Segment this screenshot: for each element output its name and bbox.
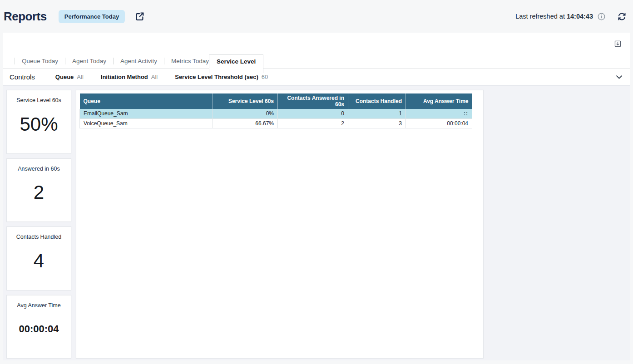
kpi-card-service-level: Service Level 60s 50%: [6, 90, 71, 154]
cell-avg-answer-time: 00:00:04: [406, 118, 472, 128]
kpi-card-contacts-handled: Contacts Handled 4: [6, 226, 71, 290]
filter-value: All: [77, 74, 83, 80]
service-level-table: Queue Service Level 60s Contacts Answere…: [79, 93, 472, 128]
report-content-card: Queue Today Agent Today Agent Activity M…: [3, 33, 630, 360]
page-title: Reports: [4, 10, 47, 24]
kpi-card-avg-answer-time: Avg Answer Time 00:00:04: [6, 295, 71, 359]
kpi-title: Answered in 60s: [18, 166, 59, 172]
tab-separator: [113, 58, 114, 64]
kpi-title: Avg Answer Time: [17, 302, 60, 309]
cell-contacts-answered: 2: [278, 118, 348, 128]
table-row[interactable]: VoiceQueue_Sam 66.67% 2 3 00:00:04: [80, 118, 472, 128]
tab-separator: [65, 58, 65, 64]
tab-separator: [15, 58, 15, 64]
download-button[interactable]: [614, 40, 622, 48]
cell-queue-name: EmailQueue_Sam: [80, 109, 213, 118]
open-in-new-window-button[interactable]: [135, 11, 145, 21]
kpi-value: 00:00:04: [19, 323, 59, 335]
tab-separator: [164, 58, 164, 64]
cell-contacts-handled: 3: [348, 118, 406, 128]
report-type-badge: Performance Today: [59, 10, 125, 23]
table-row[interactable]: EmailQueue_Sam 0% 0 1 ::: [80, 109, 472, 118]
tab-service-level[interactable]: Service Level: [209, 54, 263, 73]
cell-contacts-answered: 0: [278, 109, 348, 118]
cell-contacts-handled: 1: [348, 109, 406, 118]
report-tab-bar: Queue Today Agent Today Agent Activity M…: [3, 54, 630, 69]
filter-label: Initiation Method: [101, 74, 148, 80]
cell-avg-answer-time: ::: [406, 109, 472, 118]
column-header-contacts-answered[interactable]: Contacts Answered in 60s: [278, 93, 348, 109]
kpi-card-answered-in-60s: Answered in 60s 2: [6, 158, 71, 222]
filter-label: Queue: [55, 74, 74, 80]
tab-agent-activity[interactable]: Agent Activity: [106, 54, 157, 69]
top-header: Reports Performance Today Last refreshed…: [0, 0, 633, 33]
external-link-icon: [135, 11, 145, 21]
dashboard-area: Service Level 60s 50% Answered in 60s 2 …: [3, 85, 630, 360]
filter-service-level-threshold[interactable]: Service Level Threshold (sec) 60: [175, 74, 268, 80]
tab-label: Agent Activity: [120, 58, 157, 64]
filter-label: Service Level Threshold (sec): [175, 74, 258, 80]
kpi-value: 4: [34, 250, 44, 272]
tab-label: Metrics Today: [171, 58, 209, 64]
tab-label: Service Level: [217, 58, 256, 65]
controls-title: Controls: [10, 73, 35, 81]
kpi-column: Service Level 60s 50% Answered in 60s 2 …: [6, 90, 71, 359]
controls-row: Controls Queue All Initiation Method All…: [3, 69, 630, 85]
column-header-service-level[interactable]: Service Level 60s: [213, 93, 278, 109]
column-header-avg-answer-time[interactable]: Avg Answer Time: [406, 93, 472, 109]
last-refreshed-time: 14:04:43: [567, 13, 593, 20]
cell-service-level: 0%: [213, 109, 278, 118]
column-header-queue[interactable]: Queue: [80, 93, 213, 109]
tab-queue-today[interactable]: Queue Today: [8, 54, 58, 69]
table-header: Queue Service Level 60s Contacts Answere…: [80, 93, 472, 109]
tab-metrics-today[interactable]: Metrics Today: [157, 54, 209, 69]
kpi-value: 50%: [20, 113, 58, 135]
cell-queue-name: VoiceQueue_Sam: [80, 118, 213, 128]
info-icon: [598, 13, 605, 20]
kpi-value: 2: [34, 182, 44, 203]
kpi-title: Service Level 60s: [16, 97, 61, 103]
download-icon: [614, 40, 622, 48]
kpi-title: Contacts Handled: [16, 234, 61, 240]
tab-label: Agent Today: [72, 58, 106, 64]
service-level-table-panel: Queue Service Level 60s Contacts Answere…: [76, 90, 484, 359]
chevron-down-icon: [615, 73, 623, 81]
filter-value: All: [151, 74, 158, 80]
filter-initiation-method[interactable]: Initiation Method All: [101, 74, 158, 80]
filter-queue[interactable]: Queue All: [55, 74, 84, 80]
last-refreshed-area: Last refreshed at 14:04:43: [515, 12, 627, 21]
last-refreshed-label: Last refreshed at: [515, 13, 565, 20]
tab-label: Queue Today: [22, 58, 58, 64]
refresh-info-button[interactable]: [598, 13, 605, 20]
tab-agent-today[interactable]: Agent Today: [58, 54, 106, 69]
utility-row: [3, 33, 630, 54]
collapse-controls-button[interactable]: [615, 73, 623, 81]
column-header-contacts-handled[interactable]: Contacts Handled: [348, 93, 406, 109]
refresh-icon: [617, 12, 627, 21]
cell-service-level: 66.67%: [213, 118, 278, 128]
refresh-button[interactable]: [617, 12, 627, 21]
filter-value: 60: [262, 74, 268, 80]
